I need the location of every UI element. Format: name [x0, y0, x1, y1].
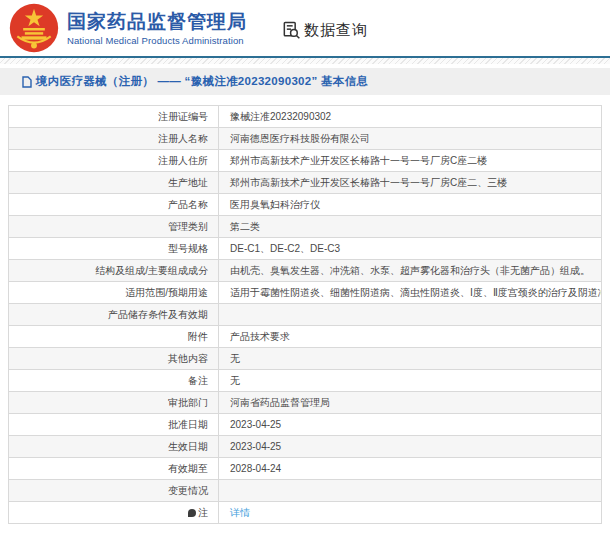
row-value: 2028-04-24 — [219, 458, 602, 480]
table-row: 备注无 — [9, 370, 602, 392]
row-label: 附件 — [9, 326, 219, 348]
row-label: 产品储存条件及有效期 — [9, 304, 219, 326]
row-label: 生效日期 — [9, 436, 219, 458]
row-label: 管理类别 — [9, 216, 219, 238]
table-row: 产品名称医用臭氧妇科治疗仪 — [9, 194, 602, 216]
row-label: 有效期至 — [9, 458, 219, 480]
row-value — [219, 480, 602, 502]
breadcrumb: 境内医疗器械（注册） —— “豫械注准20232090302” 基本信息 — [0, 68, 610, 95]
table-row: 生产地址郑州市高新技术产业开发区长椿路十一号一号厂房C座二、三楼 — [9, 172, 602, 194]
row-value: 河南德恩医疗科技股份有限公司 — [219, 128, 602, 150]
detail-link[interactable]: 详情 — [230, 507, 250, 518]
table-row: 附件产品技术要求 — [9, 326, 602, 348]
row-value: 由机壳、臭氧发生器、冲洗箱、水泵、超声雾化器和治疗头（非无菌产品）组成。 — [219, 260, 602, 282]
row-value: 2023-04-25 — [219, 436, 602, 458]
row-value: 郑州市高新技术产业开发区长椿路十一号一号厂房C座二、三楼 — [219, 172, 602, 194]
row-value: 无 — [219, 348, 602, 370]
table-row: 变更情况 — [9, 480, 602, 502]
table-row: 型号规格DE-C1、DE-C2、DE-C3 — [9, 238, 602, 260]
row-value: 适用于霉菌性阴道炎、细菌性阴道病、滴虫性阴道炎、Ⅰ度、Ⅱ度宫颈炎的治疗及阴道冲洗… — [219, 282, 602, 304]
row-label: 审批部门 — [9, 392, 219, 414]
table-row: 注详情 — [9, 502, 602, 524]
note-icon — [188, 509, 196, 517]
row-label: 批准日期 — [9, 414, 219, 436]
row-label: 注册人住所 — [9, 150, 219, 172]
row-label: 结构及组成/主要组成成分 — [9, 260, 219, 282]
row-label: 注 — [9, 502, 219, 524]
table-row: 其他内容无 — [9, 348, 602, 370]
row-label: 产品名称 — [9, 194, 219, 216]
row-label: 注册证编号 — [9, 106, 219, 128]
table-row: 结构及组成/主要组成成分由机壳、臭氧发生器、冲洗箱、水泵、超声雾化器和治疗头（非… — [9, 260, 602, 282]
breadcrumb-text: 境内医疗器械（注册） —— “豫械注准20232090302” 基本信息 — [36, 74, 368, 89]
data-query-nav[interactable]: 数据查询 — [281, 20, 368, 40]
registration-info-tbody: 注册证编号豫械注准20232090302注册人名称河南德恩医疗科技股份有限公司注… — [9, 106, 602, 524]
row-label: 生产地址 — [9, 172, 219, 194]
row-value: 第二类 — [219, 216, 602, 238]
site-header: 国家药品监督管理局 National Medical Products Admi… — [0, 0, 610, 56]
row-label: 备注 — [9, 370, 219, 392]
table-row: 审批部门河南省药品监督管理局 — [9, 392, 602, 414]
row-label: 注册人名称 — [9, 128, 219, 150]
row-value: 无 — [219, 370, 602, 392]
table-row: 管理类别第二类 — [9, 216, 602, 238]
registration-info-table: 注册证编号豫械注准20232090302注册人名称河南德恩医疗科技股份有限公司注… — [8, 105, 602, 524]
agency-title-block: 国家药品监督管理局 National Medical Products Admi… — [67, 11, 247, 46]
table-row: 注册证编号豫械注准20232090302 — [9, 106, 602, 128]
table-row: 有效期至2028-04-24 — [9, 458, 602, 480]
table-row: 注册人住所郑州市高新技术产业开发区长椿路十一号一号厂房C座二楼 — [9, 150, 602, 172]
row-value: 医用臭氧妇科治疗仪 — [219, 194, 602, 216]
data-query-label: 数据查询 — [304, 21, 368, 40]
agency-name-en: National Medical Products Administration — [67, 35, 247, 46]
row-value: DE-C1、DE-C2、DE-C3 — [219, 238, 602, 260]
row-label: 其他内容 — [9, 348, 219, 370]
table-row: 适用范围/预期用途适用于霉菌性阴道炎、细菌性阴道病、滴虫性阴道炎、Ⅰ度、Ⅱ度宫颈… — [9, 282, 602, 304]
row-value: 详情 — [219, 502, 602, 524]
row-value: 河南省药品监督管理局 — [219, 392, 602, 414]
row-value: 2023-04-25 — [219, 414, 602, 436]
row-value — [219, 304, 602, 326]
row-label: 变更情况 — [9, 480, 219, 502]
nmpa-national-emblem-logo — [9, 3, 59, 53]
agency-name-cn: 国家药品监督管理局 — [67, 11, 247, 33]
row-label: 型号规格 — [9, 238, 219, 260]
table-row: 产品储存条件及有效期 — [9, 304, 602, 326]
table-row: 注册人名称河南德恩医疗科技股份有限公司 — [9, 128, 602, 150]
page-icon — [22, 76, 32, 88]
row-value: 郑州市高新技术产业开发区长椿路十一号一号厂房C座二楼 — [219, 150, 602, 172]
document-search-icon — [281, 20, 301, 40]
row-value: 产品技术要求 — [219, 326, 602, 348]
table-row: 批准日期2023-04-25 — [9, 414, 602, 436]
row-label: 适用范围/预期用途 — [9, 282, 219, 304]
row-value: 豫械注准20232090302 — [219, 106, 602, 128]
table-row: 生效日期2023-04-25 — [9, 436, 602, 458]
